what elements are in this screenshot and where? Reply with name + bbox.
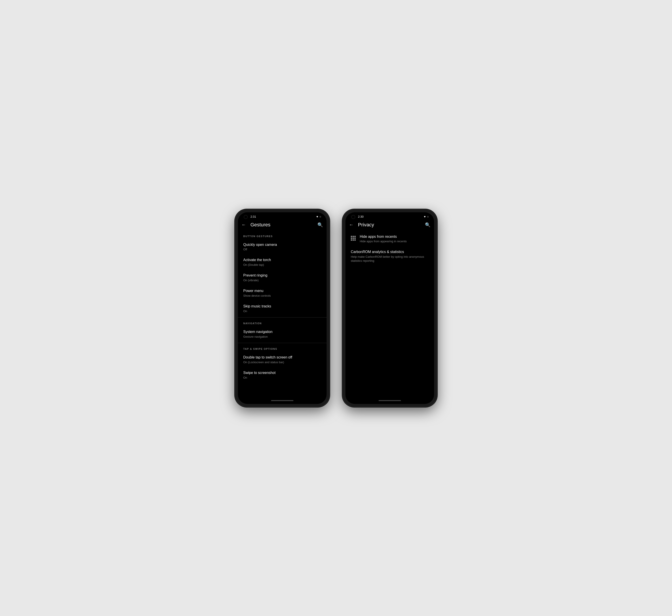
back-button[interactable]: ← <box>349 222 354 227</box>
status-icons: ♥ ○ <box>424 215 429 218</box>
setting-text: Skip music tracks On <box>243 304 321 313</box>
setting-text: Prevent ringing On (vibrate) <box>243 273 321 282</box>
setting-text: Activate the torch On (Double tap) <box>243 258 321 267</box>
swipe-screenshot-title: Swipe to screenshot <box>243 371 321 375</box>
wifi-icon: ♥ <box>316 215 318 218</box>
activate-torch-title: Activate the torch <box>243 258 321 262</box>
setting-text: Quickly open camera Off <box>243 243 321 252</box>
carbonrom-analytics-item[interactable]: CarbonROM analytics & statistics Help ma… <box>346 247 434 266</box>
power-menu-subtitle: Show device controls <box>243 294 321 298</box>
system-navigation-item[interactable]: System navigation Gesture navigation <box>238 326 326 342</box>
hide-apps-recents-title: Hide apps from recents <box>360 234 429 239</box>
page-title: Gestures <box>250 222 317 228</box>
time-display: 2:31 <box>250 215 256 218</box>
button-gestures-header: BUTTON GESTURES <box>238 231 326 239</box>
gestures-phone: 2:31 ♥ ○ ← Gestures 🔍 BUTTON GESTURES Qu… <box>235 210 329 407</box>
gestures-content: BUTTON GESTURES Quickly open camera Off … <box>238 231 326 397</box>
time-display: 2:30 <box>358 215 364 218</box>
skip-music-tracks-subtitle: On <box>243 309 321 313</box>
prevent-ringing-item[interactable]: Prevent ringing On (vibrate) <box>238 270 326 285</box>
status-bar: 2:31 ♥ ○ <box>238 212 326 220</box>
phone-pair: 2:31 ♥ ○ ← Gestures 🔍 BUTTON GESTURES Qu… <box>235 210 437 407</box>
hide-apps-recents-subtitle: Hide apps from appearing in recents <box>360 239 429 243</box>
double-tap-switch-item[interactable]: Double tap to switch screen off On (Lock… <box>238 352 326 367</box>
divider-1 <box>238 317 326 318</box>
top-bar: ← Gestures 🔍 <box>238 220 326 231</box>
system-navigation-subtitle: Gesture navigation <box>243 335 321 339</box>
hide-apps-recents-item[interactable]: Hide apps from recents Hide apps from ap… <box>346 231 434 247</box>
navigation-header: NAVIGATION <box>238 318 326 326</box>
search-icon[interactable]: 🔍 <box>425 222 431 228</box>
wifi-icon: ♥ <box>424 215 426 218</box>
status-bar: 2:30 ♥ ○ <box>346 212 434 220</box>
prevent-ringing-subtitle: On (vibrate) <box>243 278 321 282</box>
skip-music-tracks-item[interactable]: Skip music tracks On <box>238 301 326 316</box>
gestures-screen: 2:31 ♥ ○ ← Gestures 🔍 BUTTON GESTURES Qu… <box>238 212 326 404</box>
skip-music-tracks-title: Skip music tracks <box>243 304 321 309</box>
grid-icon <box>351 235 356 240</box>
prevent-ringing-title: Prevent ringing <box>243 273 321 278</box>
search-icon[interactable]: 🔍 <box>317 222 323 228</box>
top-bar: ← Privacy 🔍 <box>346 220 434 231</box>
setting-text: Power menu Show device controls <box>243 289 321 298</box>
home-indicator <box>238 397 326 404</box>
back-button[interactable]: ← <box>241 222 246 227</box>
activate-torch-item[interactable]: Activate the torch On (Double tap) <box>238 255 326 270</box>
setting-text: CarbonROM analytics & statistics Help ma… <box>351 250 429 263</box>
setting-text: Double tap to switch screen off On (Lock… <box>243 355 321 364</box>
setting-text: Hide apps from recents Hide apps from ap… <box>360 234 429 244</box>
quickly-open-camera-title: Quickly open camera <box>243 243 321 247</box>
setting-text: System navigation Gesture navigation <box>243 330 321 339</box>
double-tap-switch-title: Double tap to switch screen off <box>243 355 321 360</box>
setting-text: Swipe to screenshot On <box>243 371 321 380</box>
home-bar <box>271 400 293 401</box>
privacy-screen: 2:30 ♥ ○ ← Privacy 🔍 <box>346 212 434 404</box>
double-tap-switch-subtitle: On (Lockscreen and status bar) <box>243 360 321 364</box>
power-menu-item[interactable]: Power menu Show device controls <box>238 285 326 301</box>
quickly-open-camera-subtitle: Off <box>243 247 321 251</box>
swipe-screenshot-subtitle: On <box>243 376 321 380</box>
status-icons: ♥ ○ <box>316 215 321 218</box>
divider-2 <box>238 343 326 343</box>
home-indicator <box>346 397 434 404</box>
quickly-open-camera-item[interactable]: Quickly open camera Off <box>238 239 326 255</box>
page-title: Privacy <box>358 222 425 228</box>
activate-torch-subtitle: On (Double tap) <box>243 263 321 267</box>
system-navigation-title: System navigation <box>243 330 321 334</box>
data-icon: ○ <box>319 215 321 218</box>
data-icon: ○ <box>427 215 429 218</box>
power-menu-title: Power menu <box>243 289 321 293</box>
swipe-screenshot-item[interactable]: Swipe to screenshot On <box>238 367 326 383</box>
carbonrom-analytics-subtitle: Help make CarbonROM better by opting int… <box>351 255 429 263</box>
privacy-phone: 2:30 ♥ ○ ← Privacy 🔍 <box>343 210 437 407</box>
privacy-content: Hide apps from recents Hide apps from ap… <box>346 231 434 397</box>
tap-swipe-header: TAP & SWIPE OPTIONS <box>238 344 326 352</box>
carbonrom-analytics-title: CarbonROM analytics & statistics <box>351 250 429 254</box>
home-bar <box>379 400 401 401</box>
